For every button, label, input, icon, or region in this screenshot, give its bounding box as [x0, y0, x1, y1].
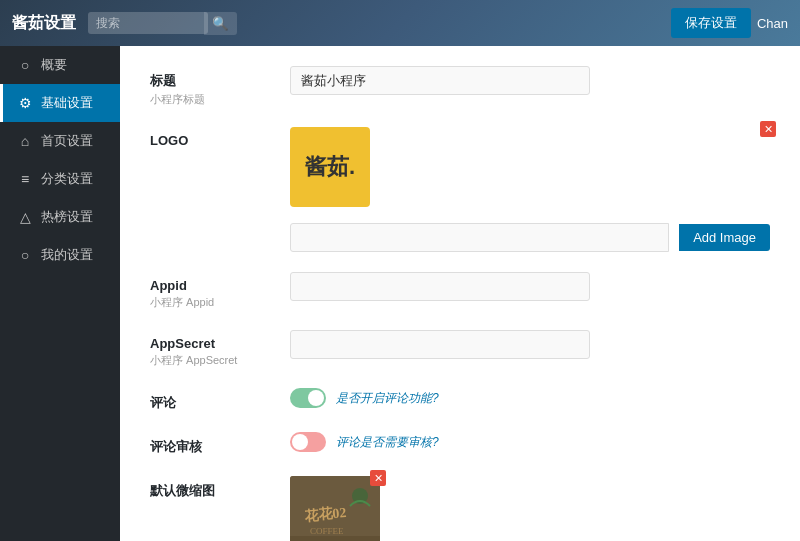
- appid-row: Appid 小程序 Appid: [150, 272, 770, 310]
- sidebar-item-hot[interactable]: △ 热榜设置: [0, 198, 120, 236]
- title-sublabel: 小程序标题: [150, 92, 290, 107]
- category-icon: ≡: [17, 171, 33, 187]
- home-icon: ⌂: [17, 133, 33, 149]
- logo-preview: 酱茹.: [290, 127, 370, 207]
- sidebar-label-category: 分类设置: [41, 170, 93, 188]
- comment-review-toggle-row: 评论是否需要审核?: [290, 432, 770, 452]
- appsecret-label: AppSecret: [150, 336, 290, 351]
- logo-label: LOGO: [150, 133, 290, 148]
- search-button[interactable]: 🔍: [204, 12, 237, 35]
- title-control-col: [290, 66, 770, 95]
- sidebar-label-overview: 概要: [41, 56, 67, 74]
- title-label-col: 标题 小程序标题: [150, 66, 290, 107]
- sidebar-item-basic[interactable]: ⚙ 基础设置: [0, 84, 120, 122]
- sidebar-label-home: 首页设置: [41, 132, 93, 150]
- add-image-row: Add Image: [290, 223, 770, 252]
- thumbnail-control-col: 花花02 COFFEE ✕: [290, 476, 770, 541]
- save-button[interactable]: 保存设置: [671, 8, 751, 38]
- appid-label-col: Appid 小程序 Appid: [150, 272, 290, 310]
- svg-rect-1: [290, 536, 380, 541]
- comment-review-row: 评论审核 评论是否需要审核?: [150, 432, 770, 456]
- logo-preview-wrapper: 酱茹. ✕: [290, 127, 770, 207]
- main-layout: ○ 概要 ⚙ 基础设置 ⌂ 首页设置 ≡ 分类设置 △ 热榜设置 ○ 我的设置: [0, 46, 800, 541]
- thumbnail-label: 默认微缩图: [150, 482, 290, 500]
- logo-remove-button[interactable]: ✕: [760, 121, 776, 137]
- title-label: 标题: [150, 72, 290, 90]
- comment-review-toggle-slider: [290, 432, 326, 452]
- svg-text:COFFEE: COFFEE: [310, 526, 344, 536]
- thumbnail-wrapper: 花花02 COFFEE ✕: [290, 476, 380, 541]
- sidebar-label-my: 我的设置: [41, 246, 93, 264]
- appsecret-control-col: [290, 330, 770, 359]
- comment-review-toggle[interactable]: [290, 432, 326, 452]
- comment-review-label-col: 评论审核: [150, 432, 290, 456]
- comment-toggle-row: 是否开启评论功能?: [290, 388, 770, 408]
- sidebar-item-home[interactable]: ⌂ 首页设置: [0, 122, 120, 160]
- sidebar-item-my[interactable]: ○ 我的设置: [0, 236, 120, 274]
- header-user-area: 保存设置 Chan: [671, 8, 788, 38]
- my-icon: ○: [17, 247, 33, 263]
- comment-control-col: 是否开启评论功能?: [290, 388, 770, 408]
- title-row: 标题 小程序标题: [150, 66, 770, 107]
- search-input[interactable]: [88, 12, 208, 34]
- comment-row: 评论 是否开启评论功能?: [150, 388, 770, 412]
- logo-control-col: 酱茹. ✕ Add Image: [290, 127, 770, 252]
- header: 酱茹设置 🔍 保存设置 Chan: [0, 0, 800, 46]
- logo-container: 酱茹. ✕ Add Image: [290, 127, 770, 252]
- thumbnail-remove-button[interactable]: ✕: [370, 470, 386, 486]
- form-section: 标题 小程序标题 LOGO 酱茹.: [120, 46, 800, 541]
- appid-input[interactable]: [290, 272, 590, 301]
- add-image-button[interactable]: Add Image: [679, 224, 770, 251]
- user-name: Chan: [757, 16, 788, 31]
- logo-text: 酱茹.: [305, 152, 355, 182]
- comment-review-label: 评论审核: [150, 438, 290, 456]
- sidebar: ○ 概要 ⚙ 基础设置 ⌂ 首页设置 ≡ 分类设置 △ 热榜设置 ○ 我的设置: [0, 46, 120, 541]
- comment-label: 评论: [150, 394, 290, 412]
- sidebar-item-overview[interactable]: ○ 概要: [0, 46, 120, 84]
- comment-review-toggle-label: 评论是否需要审核?: [336, 434, 439, 451]
- basic-icon: ⚙: [17, 95, 33, 111]
- appid-label: Appid: [150, 278, 290, 293]
- hot-icon: △: [17, 209, 33, 225]
- appsecret-sublabel: 小程序 AppSecret: [150, 353, 290, 368]
- appsecret-row: AppSecret 小程序 AppSecret: [150, 330, 770, 368]
- thumbnail-preview: 花花02 COFFEE: [290, 476, 380, 541]
- comment-label-col: 评论: [150, 388, 290, 412]
- thumbnail-svg: 花花02 COFFEE: [290, 476, 380, 541]
- appsecret-input[interactable]: [290, 330, 590, 359]
- main-content: 标题 小程序标题 LOGO 酱茹.: [120, 46, 800, 541]
- sidebar-label-basic: 基础设置: [41, 94, 93, 112]
- page-title: 酱茹设置: [12, 13, 76, 34]
- comment-toggle[interactable]: [290, 388, 326, 408]
- appid-control-col: [290, 272, 770, 301]
- title-input[interactable]: [290, 66, 590, 95]
- add-image-input[interactable]: [290, 223, 669, 252]
- appid-sublabel: 小程序 Appid: [150, 295, 290, 310]
- comment-toggle-label: 是否开启评论功能?: [336, 390, 439, 407]
- comment-toggle-slider: [290, 388, 326, 408]
- sidebar-item-category[interactable]: ≡ 分类设置: [0, 160, 120, 198]
- sidebar-label-hot: 热榜设置: [41, 208, 93, 226]
- appsecret-label-col: AppSecret 小程序 AppSecret: [150, 330, 290, 368]
- thumbnail-label-col: 默认微缩图: [150, 476, 290, 500]
- thumbnail-row: 默认微缩图 花花02 COFFEE: [150, 476, 770, 541]
- overview-icon: ○: [17, 57, 33, 73]
- logo-row: LOGO 酱茹. ✕ Add Image: [150, 127, 770, 252]
- logo-label-col: LOGO: [150, 127, 290, 148]
- comment-review-control-col: 评论是否需要审核?: [290, 432, 770, 452]
